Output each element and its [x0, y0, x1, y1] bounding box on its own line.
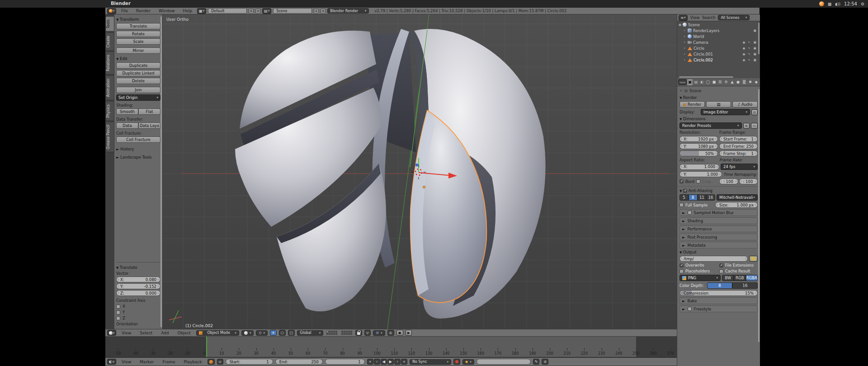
panel-history-header[interactable]: ► History — [116, 147, 160, 151]
editor-type-selector-properties[interactable]: ▭▭ — [678, 79, 687, 85]
screen-layout-selector[interactable]: Default — [208, 8, 247, 14]
outliner-row-world[interactable]: •World — [677, 33, 758, 39]
start-frame-prop-field[interactable]: Start Frame:1 — [719, 136, 758, 142]
transform-orientation-selector[interactable]: Global▾ — [297, 330, 323, 336]
tab-tools[interactable]: Tools — [105, 16, 114, 32]
tab-render-layers[interactable]: ▤ — [693, 79, 698, 85]
visibility-eye-icon[interactable]: ◉ — [742, 52, 745, 56]
timeline-playback-menu[interactable]: Playback — [181, 360, 205, 364]
visibility-eye-icon[interactable]: ◉ — [742, 47, 745, 50]
tab-material[interactable]: ● — [736, 79, 741, 85]
snap-element-selector[interactable]: ⊞▾ — [373, 330, 385, 336]
aa-samples-11[interactable]: 11 — [698, 194, 707, 201]
manipulator-scale-toggle[interactable]: □ — [288, 330, 295, 336]
proportional-edit-toggle[interactable]: ◎ — [387, 330, 394, 336]
tab-animation[interactable]: Animation — [105, 75, 114, 100]
lock-time-cursor-toggle[interactable]: ▫ — [217, 359, 223, 365]
file-browse-button[interactable] — [749, 256, 758, 262]
preview-range-toggle[interactable] — [208, 359, 215, 365]
border-checkbox[interactable] — [679, 179, 684, 183]
editor-type-selector-info[interactable]: ▾ — [107, 8, 116, 14]
tab-grease-pencil[interactable]: Grease Pencil — [105, 122, 114, 152]
sync-mode-selector[interactable]: No Sync▾ — [410, 359, 451, 365]
overwrite-checkbox[interactable] — [679, 263, 684, 267]
vector-x-field[interactable]: X:0.080 — [116, 277, 160, 282]
renderlayer-toggle-icon[interactable]: ▣ — [753, 29, 756, 33]
panel-edit-header[interactable]: ▼ Edit — [116, 56, 160, 61]
play-reverse-button[interactable]: ◀ — [381, 359, 387, 365]
layers-widget-2[interactable] — [341, 331, 352, 335]
aa-samples-16[interactable]: 16 — [706, 194, 715, 201]
app-orb-icon[interactable] — [819, 1, 824, 6]
tab-create[interactable]: Create — [105, 33, 114, 51]
scene-icon[interactable]: ▤▾ — [262, 8, 271, 14]
outliner-row-circle-002[interactable]: •Circle.002◉↖▣ — [677, 57, 758, 63]
motion-blur-checkbox[interactable] — [688, 211, 692, 215]
panel-transform-header[interactable]: ▼ Transform — [116, 17, 160, 22]
view-menu[interactable]: View — [118, 331, 134, 335]
outliner-view-menu[interactable]: View — [690, 15, 699, 20]
display-extra-button[interactable]: ▫ — [751, 109, 758, 115]
aspect-x-field[interactable]: X:1.000 — [679, 164, 719, 170]
tab-relations[interactable]: Relations — [105, 52, 114, 75]
network-icon[interactable]: ▦ — [828, 2, 832, 6]
tab-physics[interactable]: ◆ — [754, 79, 759, 85]
selectability-icon[interactable]: ↖ — [748, 47, 751, 50]
constraint-y-checkbox[interactable] — [116, 310, 120, 314]
panel-metadata[interactable]: ► Metadata — [679, 242, 758, 249]
panel-freestyle[interactable]: ► Freestyle — [679, 305, 758, 312]
tab-world[interactable]: ◯ — [705, 79, 711, 85]
cache-result-checkbox[interactable] — [719, 269, 723, 273]
full-sample-checkbox[interactable] — [679, 203, 684, 207]
rotate-button[interactable]: Rotate — [116, 31, 160, 37]
tab-modifiers[interactable]: ⚙ — [723, 79, 729, 85]
play-button[interactable]: ▶ — [387, 359, 394, 365]
aa-size-field[interactable]: Size:1.000 px — [715, 202, 758, 208]
snap-toggle[interactable]: ∩ — [364, 330, 371, 336]
selectability-icon[interactable]: ↖ — [748, 58, 751, 62]
add-scene-button[interactable]: + — [314, 9, 319, 14]
jump-next-keyframe-button[interactable]: › — [394, 359, 401, 365]
opengl-render-button[interactable]: ▣ — [396, 330, 404, 336]
add-layout-button[interactable]: + — [249, 9, 254, 14]
remove-preset-button[interactable]: − — [751, 123, 758, 129]
render-button[interactable]: ▣ Render — [679, 101, 705, 108]
mode-selector[interactable]: Object Mode▾ — [196, 330, 239, 336]
viewport-shading-selector[interactable]: ▾ — [241, 330, 254, 336]
panel-landscape-header[interactable]: ► Landscape Tools — [116, 155, 160, 160]
render-audio-button[interactable]: ♪ Audio — [732, 101, 758, 108]
aa-samples-5[interactable]: 5 — [679, 194, 689, 201]
pivot-point-selector[interactable]: ◇▾ — [256, 330, 268, 336]
timeline-marker-menu[interactable]: Marker — [137, 360, 157, 364]
outliner-search-menu[interactable]: Search — [702, 15, 715, 20]
aa-samples-8[interactable]: 8 — [689, 194, 698, 201]
file-extensions-checkbox[interactable] — [719, 263, 723, 267]
settings-gear-icon[interactable]: ⚙ — [861, 2, 864, 6]
constraint-x-checkbox[interactable] — [116, 305, 120, 309]
manipulator-z-handle[interactable] — [415, 164, 418, 166]
placeholders-checkbox[interactable] — [679, 269, 684, 273]
timeline-playhead[interactable] — [206, 337, 207, 357]
jump-to-start-button[interactable]: « — [367, 359, 373, 365]
tab-physics[interactable]: Physics — [105, 101, 114, 121]
color-depth-16[interactable]: 16 — [732, 282, 758, 289]
resolution-y-field[interactable]: Y:1080 px — [679, 143, 718, 149]
scene-selector[interactable]: Scene — [273, 8, 312, 14]
color-mode-bw[interactable]: BW — [722, 275, 734, 281]
delete-button[interactable]: Delete — [116, 78, 160, 84]
delete-keyframe-button[interactable]: ⊘ — [542, 359, 548, 365]
active-keying-set-field[interactable] — [476, 359, 531, 365]
outliner-horizontal-scrollbar[interactable] — [679, 76, 733, 78]
render-engine-selector[interactable]: Blender Render▾ — [327, 8, 369, 14]
aspect-y-field[interactable]: Y:1.000 — [679, 171, 722, 177]
resolution-percentage-slider[interactable]: 50% — [679, 150, 718, 156]
delete-scene-button[interactable]: × — [321, 9, 326, 14]
resolution-x-field[interactable]: X:1920 px — [679, 136, 718, 142]
tab-data[interactable]: ▲ — [729, 79, 735, 85]
data-layout-button[interactable]: Data Layo — [138, 122, 160, 129]
keying-set-menu[interactable]: ◆▾ — [462, 359, 474, 365]
render-restrict-icon[interactable]: ▣ — [753, 41, 756, 44]
select-menu[interactable]: Select — [137, 331, 156, 335]
render-panel-header[interactable]: ▼ Render — [679, 95, 758, 100]
duplicate-button[interactable]: Duplicate — [116, 62, 160, 69]
